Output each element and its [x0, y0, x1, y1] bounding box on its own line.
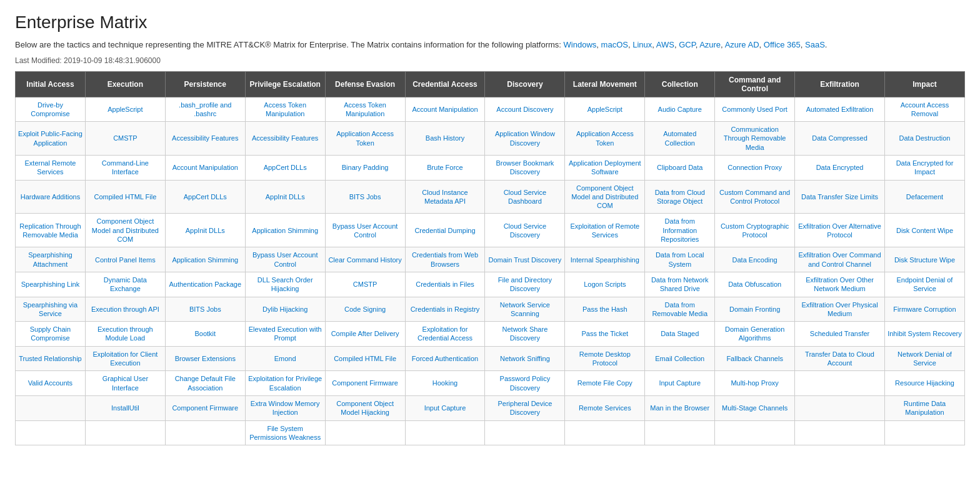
technique-link[interactable]: AppInit DLLs [186, 227, 225, 234]
technique-link[interactable]: Data Encoding [732, 256, 778, 264]
cell-collection[interactable]: Data from Local System [645, 247, 715, 272]
technique-link[interactable]: Valid Accounts [28, 379, 72, 387]
technique-link[interactable]: Access Token Manipulation [344, 101, 386, 117]
cell-discovery[interactable]: Peripheral Device Discovery [485, 395, 565, 420]
technique-link[interactable]: Component Firmware [332, 379, 398, 387]
cell-impact[interactable]: Disk Structure Wipe [884, 247, 964, 272]
technique-link[interactable]: Network Service Scanning [500, 301, 550, 317]
cell-impact[interactable]: Runtime Data Manipulation [884, 395, 964, 420]
cell-defense[interactable]: Bypass User Account Control [325, 214, 405, 247]
cell-persistence[interactable]: Authentication Package [165, 272, 245, 297]
cell-lateral[interactable]: Pass the Hash [565, 297, 645, 322]
cell-defense[interactable]: Component Firmware [325, 371, 405, 396]
cell-command[interactable]: Fallback Channels [715, 346, 795, 371]
technique-link[interactable]: Domain Generation Algorithms [725, 325, 784, 342]
cell-persistence[interactable]: Component Firmware [165, 395, 245, 420]
cell-discovery[interactable]: Account Discovery [485, 97, 565, 122]
cell-collection[interactable]: Data from Cloud Storage Object [645, 180, 715, 214]
technique-link[interactable]: Exploitation for Credential Access [418, 325, 472, 342]
cell-collection[interactable]: Data from Information Repositories [645, 214, 715, 247]
cell-initial[interactable]: Replication Through Removable Media [16, 214, 86, 247]
cell-command[interactable]: Connection Proxy [715, 155, 795, 180]
technique-link[interactable]: Exfiltration Over Other Network Medium [806, 276, 874, 292]
technique-link[interactable]: Exploitation for Client Execution [92, 350, 158, 367]
cell-lateral[interactable]: Exploitation of Remote Services [565, 214, 645, 247]
technique-link[interactable]: Email Collection [655, 355, 704, 362]
cell-initial[interactable]: Spearphishing via Service [16, 297, 86, 322]
technique-link[interactable]: Bypass User Account Control [252, 251, 318, 267]
cell-exfiltration[interactable]: Exfiltration Over Physical Medium [795, 297, 885, 322]
technique-link[interactable]: Data from Network Shared Drive [651, 276, 709, 292]
cell-defense[interactable]: Clear Command History [325, 247, 405, 272]
technique-link[interactable]: Account Manipulation [172, 164, 238, 171]
cell-initial[interactable]: Hardware Additions [16, 180, 86, 214]
cell-initial[interactable]: External Remote Services [16, 155, 86, 180]
platform-linux-link[interactable]: Linux [632, 40, 652, 49]
technique-link[interactable]: Supply Chain Compromise [30, 325, 71, 342]
cell-command[interactable]: Data Encoding [715, 247, 795, 272]
technique-link[interactable]: CMSTP [353, 280, 378, 288]
cell-exfiltration[interactable]: Data Transfer Size Limits [795, 180, 885, 214]
cell-impact[interactable]: Data Destruction [884, 122, 964, 156]
technique-link[interactable]: File System Permissions Weakness [249, 425, 321, 441]
technique-link[interactable]: Domain Fronting [729, 305, 780, 313]
technique-link[interactable]: Defacement [906, 193, 943, 201]
cell-credential[interactable]: Credentials from Web Browsers [405, 247, 485, 272]
cell-privilege[interactable]: File System Permissions Weakness [245, 420, 325, 445]
cell-persistence[interactable]: BITS Jobs [165, 297, 245, 322]
cell-persistence[interactable]: .bash_profile and .bashrc [165, 97, 245, 122]
technique-link[interactable]: Elevated Execution with Prompt [249, 325, 322, 342]
technique-link[interactable]: Data from Removable Media [652, 301, 708, 317]
technique-link[interactable]: Authentication Package [169, 280, 241, 288]
technique-link[interactable]: Browser Bookmark Discovery [496, 159, 554, 176]
technique-link[interactable]: AppCert DLLs [184, 193, 227, 201]
cell-exfiltration[interactable]: Exfiltration Over Command and Control Ch… [795, 247, 885, 272]
technique-link[interactable]: Remote File Copy [578, 379, 632, 387]
technique-link[interactable]: Application Deployment Software [569, 159, 641, 176]
technique-link[interactable]: Dynamic Data Exchange [104, 276, 147, 292]
cell-privilege[interactable]: Access Token Manipulation [245, 97, 325, 122]
cell-collection[interactable]: Audio Capture [645, 97, 715, 122]
technique-link[interactable]: Component Firmware [172, 404, 238, 412]
cell-defense[interactable]: Compiled HTML File [325, 346, 405, 371]
cell-exfiltration[interactable]: Exfiltration Over Alternative Protocol [795, 214, 885, 247]
technique-link[interactable]: Communication Through Removable Media [724, 126, 786, 151]
technique-link[interactable]: Data Staged [661, 330, 699, 337]
technique-link[interactable]: CMSTP [113, 134, 138, 142]
cell-initial[interactable]: Drive-by Compromise [16, 97, 86, 122]
technique-link[interactable]: Exploitation for Privilege Escalation [248, 375, 322, 391]
cell-persistence[interactable]: Account Manipulation [165, 155, 245, 180]
cell-defense[interactable]: Code Signing [325, 297, 405, 322]
technique-link[interactable]: Application Access Token [576, 130, 634, 146]
technique-link[interactable]: Endpoint Denial of Service [897, 276, 953, 292]
cell-impact[interactable]: Network Denial of Service [884, 346, 964, 371]
cell-discovery[interactable]: Network Service Scanning [485, 297, 565, 322]
technique-link[interactable]: Execution through API [91, 305, 159, 313]
technique-link[interactable]: Hardware Additions [21, 193, 80, 201]
technique-link[interactable]: Exfiltration Over Command and Control Ch… [799, 251, 881, 267]
technique-link[interactable]: Application Access Token [336, 130, 394, 146]
technique-link[interactable]: Application Window Discovery [495, 130, 555, 146]
cell-discovery[interactable]: Network Share Discovery [485, 322, 565, 347]
platform-macos-link[interactable]: macOS [601, 40, 628, 49]
cell-discovery[interactable]: Domain Trust Discovery [485, 247, 565, 272]
technique-link[interactable]: Emond [274, 355, 296, 362]
technique-link[interactable]: Spearphishing Link [21, 280, 80, 288]
cell-lateral[interactable]: Remote Services [565, 395, 645, 420]
cell-command[interactable]: Domain Generation Algorithms [715, 322, 795, 347]
cell-discovery[interactable]: File and Directory Discovery [485, 272, 565, 297]
technique-link[interactable]: Inhibit System Recovery [888, 330, 962, 337]
technique-link[interactable]: AppleScript [108, 106, 142, 113]
cell-impact[interactable]: Account Access Removal [884, 97, 964, 122]
cell-initial[interactable]: Valid Accounts [16, 371, 86, 396]
cell-execution[interactable]: AppleScript [85, 97, 165, 122]
cell-credential[interactable]: Credential Dumping [405, 214, 485, 247]
technique-link[interactable]: Remote Desktop Protocol [579, 350, 631, 367]
technique-link[interactable]: .bash_profile and .bashrc [179, 101, 231, 117]
technique-link[interactable]: Access Token Manipulation [264, 101, 306, 117]
cell-execution[interactable]: Execution through API [85, 297, 165, 322]
technique-link[interactable]: Credentials in Files [416, 280, 474, 288]
cell-execution[interactable]: Control Panel Items [85, 247, 165, 272]
cell-lateral[interactable]: Internal Spearphishing [565, 247, 645, 272]
platform-azuread-link[interactable]: Azure AD [725, 40, 759, 49]
